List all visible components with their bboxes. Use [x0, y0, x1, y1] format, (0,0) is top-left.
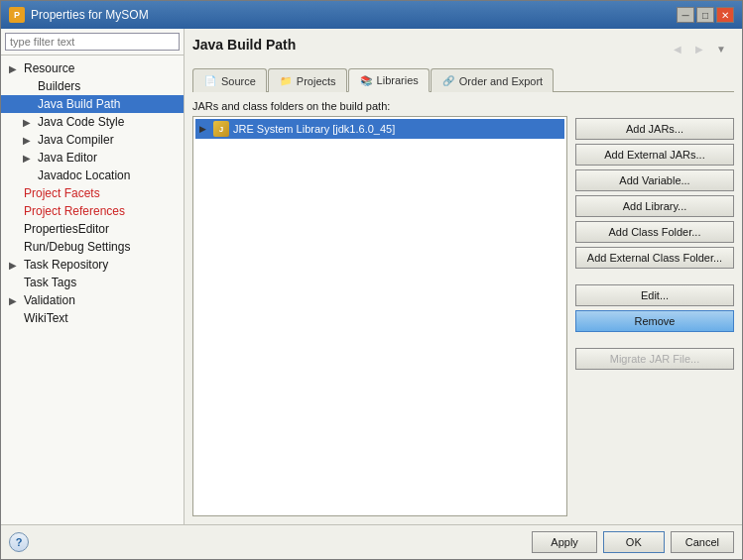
panel-header-row: Java Build Path ◀ ▶ ▼	[192, 37, 734, 60]
sidebar-item-wiki-text[interactable]: WikiText	[1, 309, 184, 327]
main-panel: Java Build Path ◀ ▶ ▼ 📄 Source 📁 Project…	[185, 29, 742, 524]
remove-button[interactable]: Remove	[575, 310, 734, 332]
filter-input[interactable]	[5, 33, 180, 51]
library-icon: J	[213, 121, 229, 137]
title-controls: ─ □ ✕	[677, 7, 734, 23]
maximize-button[interactable]: □	[696, 7, 714, 23]
sidebar: ▶ Resource Builders Java Build Path ▶ Ja…	[1, 29, 185, 524]
tabs-bar: 📄 Source 📁 Projects 📚 Libraries 🔗 Order …	[192, 68, 734, 92]
tree-area: ▶ Resource Builders Java Build Path ▶ Ja…	[1, 56, 184, 524]
sidebar-item-validation[interactable]: ▶ Validation	[1, 291, 184, 309]
sidebar-item-label: Run/Debug Settings	[24, 240, 130, 254]
add-external-jars-button[interactable]: Add External JARs...	[575, 144, 734, 166]
panel-body: JARs and class folders on the build path…	[192, 100, 734, 516]
dropdown-arrow[interactable]: ▼	[712, 40, 730, 57]
filter-box	[1, 29, 184, 56]
tab-libraries[interactable]: 📚 Libraries	[348, 68, 430, 92]
sidebar-item-label: PropertiesEditor	[24, 222, 109, 236]
tab-order-export-label: Order and Export	[459, 75, 543, 87]
bottom-right: Apply OK Cancel	[532, 531, 734, 553]
sidebar-item-label: Task Repository	[24, 258, 108, 272]
source-tab-icon: 📄	[203, 74, 217, 88]
order-export-tab-icon: 🔗	[441, 74, 455, 88]
sidebar-item-javadoc-location[interactable]: Javadoc Location	[1, 167, 184, 184]
sidebar-item-label: Validation	[24, 293, 75, 307]
title-bar: P Properties for MySOM ─ □ ✕	[1, 1, 742, 29]
expand-icon: ▶	[23, 153, 35, 164]
sidebar-item-label: Java Code Style	[38, 115, 124, 129]
tab-order-export[interactable]: 🔗 Order and Export	[431, 68, 554, 92]
sidebar-item-label: Project References	[24, 204, 125, 218]
sidebar-item-label: Java Compiler	[38, 133, 114, 147]
jre-system-library-label: JRE System Library [jdk1.6.0_45]	[233, 123, 395, 135]
sidebar-item-java-editor[interactable]: ▶ Java Editor	[1, 149, 184, 167]
ok-button[interactable]: OK	[603, 531, 665, 553]
expand-icon: ▶	[23, 135, 35, 146]
add-variable-button[interactable]: Add Variable...	[575, 169, 734, 191]
back-arrow[interactable]: ◀	[669, 40, 686, 57]
panel-title: Java Build Path	[192, 37, 296, 53]
tab-source[interactable]: 📄 Source	[192, 68, 267, 92]
window-title: Properties for MySOM	[31, 8, 149, 22]
help-button[interactable]: ?	[9, 532, 29, 552]
nav-arrows: ◀ ▶ ▼	[669, 40, 730, 57]
tab-projects[interactable]: 📁 Projects	[268, 68, 347, 92]
expand-icon: ▶	[9, 63, 21, 74]
sidebar-item-label: Builders	[38, 79, 80, 93]
sidebar-item-task-repository[interactable]: ▶ Task Repository	[1, 256, 184, 274]
cancel-button[interactable]: Cancel	[671, 531, 734, 553]
expand-icon: ▶	[9, 260, 21, 271]
expand-icon: ▶	[23, 117, 35, 128]
bottom-bar: ? Apply OK Cancel	[1, 524, 742, 559]
sidebar-item-label: Java Editor	[38, 151, 97, 165]
sidebar-item-label: Java Build Path	[38, 97, 120, 111]
projects-tab-icon: 📁	[279, 74, 293, 88]
jars-section: JARs and class folders on the build path…	[192, 100, 567, 516]
sidebar-item-resource[interactable]: ▶ Resource	[1, 59, 184, 77]
sidebar-item-java-build-path[interactable]: Java Build Path	[1, 95, 184, 113]
jars-list[interactable]: ▶ J JRE System Library [jdk1.6.0_45]	[192, 116, 567, 516]
sidebar-item-label: Javadoc Location	[38, 168, 130, 182]
sidebar-item-project-references[interactable]: Project References	[1, 202, 184, 220]
add-external-class-folder-button[interactable]: Add External Class Folder...	[575, 247, 734, 269]
sidebar-item-builders[interactable]: Builders	[1, 77, 184, 95]
jars-label: JARs and class folders on the build path…	[192, 100, 567, 112]
forward-arrow[interactable]: ▶	[690, 40, 708, 57]
sidebar-item-java-code-style[interactable]: ▶ Java Code Style	[1, 113, 184, 131]
button-spacer-2	[575, 336, 734, 344]
sidebar-item-project-facets[interactable]: Project Facets	[1, 184, 184, 202]
sidebar-item-run-debug[interactable]: Run/Debug Settings	[1, 238, 184, 256]
sidebar-item-properties-editor[interactable]: PropertiesEditor	[1, 220, 184, 238]
sidebar-item-label: Project Facets	[24, 186, 100, 200]
sidebar-item-label: WikiText	[24, 311, 68, 325]
bottom-left: ?	[9, 532, 29, 552]
edit-button[interactable]: Edit...	[575, 284, 734, 306]
button-spacer-1	[575, 273, 734, 280]
window-icon: P	[9, 7, 25, 23]
expand-triangle-icon: ▶	[199, 124, 209, 134]
add-jars-button[interactable]: Add JARs...	[575, 118, 734, 140]
minimize-button[interactable]: ─	[677, 7, 694, 23]
title-bar-left: P Properties for MySOM	[9, 7, 149, 23]
list-item[interactable]: ▶ J JRE System Library [jdk1.6.0_45]	[195, 119, 564, 139]
buttons-column: Add JARs... Add External JARs... Add Var…	[575, 100, 734, 516]
dialog-window: P Properties for MySOM ─ □ ✕ ▶ Resource	[0, 0, 743, 560]
sidebar-item-label: Resource	[24, 61, 74, 75]
add-library-button[interactable]: Add Library...	[575, 195, 734, 217]
apply-button[interactable]: Apply	[532, 531, 597, 553]
tab-libraries-label: Libraries	[377, 74, 419, 86]
sidebar-item-java-compiler[interactable]: ▶ Java Compiler	[1, 131, 184, 149]
close-button[interactable]: ✕	[716, 7, 734, 23]
migrate-jar-button[interactable]: Migrate JAR File...	[575, 348, 734, 370]
expand-icon: ▶	[9, 295, 21, 306]
tab-source-label: Source	[221, 75, 256, 87]
add-class-folder-button[interactable]: Add Class Folder...	[575, 221, 734, 243]
content-area: ▶ Resource Builders Java Build Path ▶ Ja…	[1, 29, 742, 524]
libraries-tab-icon: 📚	[359, 73, 373, 87]
tab-projects-label: Projects	[297, 75, 336, 87]
sidebar-item-task-tags[interactable]: Task Tags	[1, 274, 184, 291]
sidebar-item-label: Task Tags	[24, 276, 76, 289]
